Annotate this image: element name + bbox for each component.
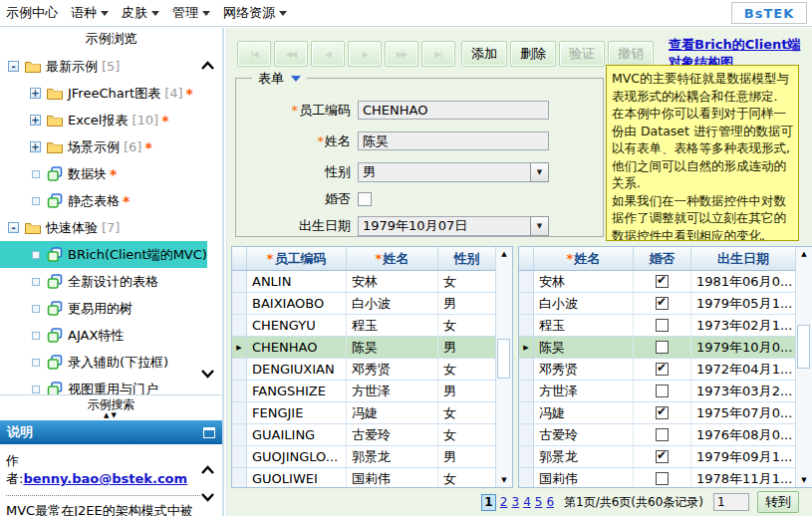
married-checkbox[interactable] (358, 192, 372, 206)
tree-scroll-down-icon[interactable] (200, 367, 216, 377)
goto-page-button[interactable]: 转到 (757, 491, 799, 513)
employee-grid-scrollbar[interactable]: ▲ ▼ (495, 247, 512, 487)
current-page[interactable]: 1 (481, 494, 496, 511)
tree-item-5[interactable]: 静态表格* (0, 187, 207, 214)
description-panel-header[interactable]: 说明 (0, 420, 222, 444)
menu-item-5[interactable]: 网络资源 (223, 4, 287, 22)
last-record-button[interactable]: ▶| (421, 41, 455, 67)
marriage-grid-scrollbar[interactable]: ▲ ▼ (795, 247, 812, 487)
tree-item-8[interactable]: 全新设计的表格 (0, 268, 207, 295)
employee-row-10[interactable]: GUOLIWEI国莉伟女 (232, 468, 495, 487)
marriage-row-5[interactable]: 邓秀贤1972年04月1... (519, 359, 795, 381)
scrollbar-thumb[interactable] (497, 339, 510, 379)
tree-item-11[interactable]: 录入辅助(下拉框) (0, 349, 207, 376)
marriage-row-6[interactable]: 方世泽1973年03月2... (519, 381, 795, 402)
column-header-1[interactable]: *员工编码 (247, 247, 347, 270)
menu-item-4[interactable]: 管理 (172, 4, 210, 22)
gender-select[interactable]: 男▼ (358, 162, 549, 182)
employee-row-4[interactable]: ▶CHENHAO陈昊男 (232, 337, 495, 359)
collapse-icon[interactable]: - (8, 61, 19, 72)
marriage-row-1[interactable]: 安林1981年06月0... (519, 271, 795, 293)
tree-item-6[interactable]: -快速体验[7] (0, 214, 207, 241)
marriage-row-9[interactable]: 郭景龙1979年09月1... (519, 446, 795, 468)
married-checkbox[interactable] (656, 297, 669, 310)
example-search-bar[interactable]: 示例搜索 (0, 394, 222, 411)
page-link-2[interactable]: 2 (500, 495, 508, 509)
panel-splitter[interactable]: ▲▼ (0, 411, 222, 420)
employee-row-6[interactable]: FANGSHIZE方世泽男 (232, 381, 495, 402)
action-button-3[interactable]: 验证 (559, 41, 605, 67)
scrollbar-thumb[interactable] (797, 325, 810, 369)
menu-item-1[interactable]: 示例中心 (6, 4, 58, 22)
married-checkbox[interactable] (656, 472, 669, 485)
first-record-button[interactable]: |◀ (237, 41, 271, 67)
collapse-form-icon[interactable] (291, 76, 301, 82)
page-link-4[interactable]: 4 (523, 495, 531, 509)
tree-item-7[interactable]: BRich(Client端的MVC) (0, 241, 207, 268)
column-header-2[interactable]: 婚否 (634, 247, 691, 270)
employee-row-9[interactable]: GUOJINGLO...郭景龙男 (232, 446, 495, 468)
page-link-5[interactable]: 5 (535, 495, 543, 509)
dropdown-arrow-icon[interactable]: ▼ (530, 162, 549, 182)
tree-item-1[interactable]: +JFreeChart图表[4]* (0, 80, 207, 107)
tree-item-10[interactable]: AJAX特性 (0, 322, 207, 349)
tree-item-4[interactable]: 数据块* (0, 160, 207, 187)
collapse-icon[interactable]: - (8, 222, 19, 233)
column-header-2[interactable]: *姓名 (347, 247, 438, 270)
splitter-up-icon[interactable]: ▲ (104, 411, 111, 419)
tree-item-9[interactable]: 更易用的树 (0, 295, 207, 322)
scroll-down-icon[interactable]: ▼ (496, 473, 512, 487)
description-scroll-down-icon[interactable] (200, 490, 216, 500)
employee-row-1[interactable]: ANLIN安林女 (232, 271, 495, 293)
tree-item-2[interactable]: +Excel报表[10]* (0, 107, 207, 133)
married-checkbox[interactable] (656, 319, 669, 332)
married-checkbox[interactable] (656, 428, 669, 441)
marriage-row-8[interactable]: 古爱玲1976年08月0... (519, 424, 795, 446)
scroll-up-icon[interactable]: ▲ (796, 247, 812, 261)
employee-row-3[interactable]: CHENGYU程玉女 (232, 315, 495, 337)
prev-page-record-button[interactable]: ◀◀ (274, 41, 308, 67)
tree-item-12[interactable]: 视图重用与门户 (0, 376, 207, 394)
action-button-4[interactable]: 撤销 (608, 41, 654, 67)
married-checkbox[interactable] (656, 341, 669, 354)
menu-item-2[interactable]: 语种 (71, 4, 109, 22)
married-checkbox[interactable] (656, 450, 669, 463)
married-checkbox[interactable] (656, 385, 669, 397)
marriage-row-7[interactable]: 冯婕1975年07月0... (519, 402, 795, 424)
expand-icon[interactable]: + (30, 115, 41, 126)
goto-page-input[interactable] (713, 493, 749, 511)
form-legend[interactable]: 表单 (252, 70, 307, 88)
employee-code-field[interactable] (358, 101, 549, 120)
next-record-button[interactable]: ▶ (348, 41, 382, 67)
tree-item-0[interactable]: -最新示例[5] (0, 53, 207, 80)
employee-row-2[interactable]: BAIXIAOBO白小波男 (232, 293, 495, 315)
dropdown-arrow-icon[interactable]: ▼ (530, 216, 549, 236)
column-header-3[interactable]: 性别 (438, 247, 495, 270)
splitter-down-icon[interactable]: ▼ (112, 411, 119, 419)
birthdate-select[interactable]: 1979年10月07日▼ (358, 216, 549, 236)
marriage-row-2[interactable]: 白小波1979年05月1... (519, 293, 795, 315)
prev-record-button[interactable]: ◀ (311, 41, 345, 67)
menu-item-3[interactable]: 皮肤 (122, 4, 159, 22)
page-link-6[interactable]: 6 (546, 495, 554, 509)
author-email-link[interactable]: benny.bao@bstek.com (23, 471, 187, 486)
collapse-panel-icon[interactable] (203, 427, 215, 438)
name-field[interactable] (358, 131, 549, 150)
marriage-row-3[interactable]: 程玉1973年02月1... (519, 315, 795, 337)
married-checkbox[interactable] (656, 363, 669, 376)
employee-row-7[interactable]: FENGJIE冯婕女 (232, 402, 495, 424)
employee-row-5[interactable]: DENGIUXIAN邓秀贤女 (232, 359, 495, 381)
expand-icon[interactable]: + (30, 141, 41, 152)
scroll-up-icon[interactable]: ▲ (496, 247, 512, 261)
marriage-row-10[interactable]: 国莉伟1978年11月1... (519, 468, 795, 487)
description-scroll-up-icon[interactable] (200, 462, 216, 472)
next-page-record-button[interactable]: ▶▶ (385, 41, 418, 67)
column-header-3[interactable]: 出生日期 (691, 247, 795, 270)
tree-item-3[interactable]: +场景示例[6]* (0, 133, 207, 160)
marriage-row-4[interactable]: ▶陈昊1979年10月0... (519, 337, 795, 359)
expand-icon[interactable]: + (30, 88, 41, 99)
page-link-3[interactable]: 3 (511, 495, 519, 509)
employee-row-8[interactable]: GUAILING古爱玲女 (232, 424, 495, 446)
married-checkbox[interactable] (656, 275, 669, 288)
married-checkbox[interactable] (656, 406, 669, 419)
